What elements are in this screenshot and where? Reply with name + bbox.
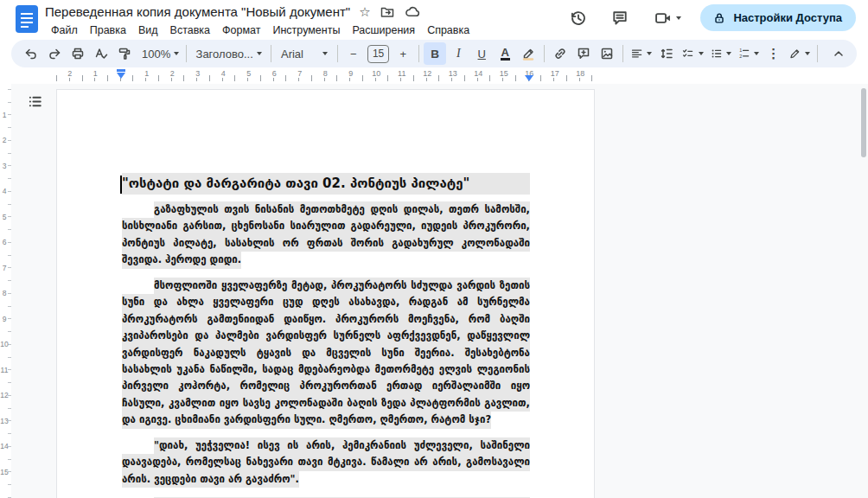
star-icon[interactable]: ☆ bbox=[359, 5, 370, 18]
comments-button[interactable] bbox=[605, 5, 635, 31]
text-color-label: A bbox=[501, 47, 510, 61]
document-page[interactable]: "ოსტატი და მარგარიტა თავი 02. პონტიუს პი… bbox=[56, 89, 595, 498]
menu-item[interactable]: Вид bbox=[132, 22, 164, 38]
text-line[interactable]: "დიახ, უეჭველია! ისევ ის არის, ჰემიკრანი… bbox=[122, 437, 530, 454]
left-indent-marker[interactable] bbox=[117, 73, 125, 79]
font-value: Arial bbox=[281, 48, 303, 61]
editing-mode-button[interactable] bbox=[786, 42, 813, 65]
numbered-list-button[interactable]: 12 bbox=[735, 42, 762, 65]
spell-check-button[interactable] bbox=[90, 42, 112, 65]
insert-image-button[interactable] bbox=[596, 42, 618, 65]
first-line-indent-marker[interactable] bbox=[117, 69, 125, 72]
vertical-ruler[interactable]: 123456789101112131415 bbox=[0, 84, 11, 498]
docs-logo-icon[interactable] bbox=[16, 5, 38, 33]
toolbar-divider bbox=[186, 45, 187, 62]
ruler-number: 5 bbox=[0, 204, 9, 230]
paragraph-style-select[interactable]: Заголово... bbox=[191, 42, 266, 65]
toolbar-divider bbox=[544, 45, 545, 62]
chevron-down-icon bbox=[726, 52, 731, 55]
align-button[interactable] bbox=[628, 42, 654, 65]
font-size-increase-button[interactable]: + bbox=[392, 42, 414, 65]
text-line[interactable] bbox=[122, 429, 530, 438]
paint-format-button[interactable] bbox=[113, 42, 136, 65]
show-outline-button[interactable] bbox=[24, 91, 45, 112]
text-line[interactable] bbox=[122, 269, 530, 278]
text-line[interactable]: არის. ვეცდები თავი არ გავაძრო". bbox=[122, 471, 530, 488]
text-line[interactable]: მსოფლიოში ყველაფერზე მეტად, პროკურატორს … bbox=[122, 278, 530, 294]
ruler-number: 8 bbox=[0, 281, 9, 307]
text-line[interactable]: შევიდა. ჰეროდე დიდი. bbox=[122, 252, 530, 268]
bulleted-list-button[interactable] bbox=[707, 42, 734, 65]
more-options-button[interactable]: ⋮ bbox=[763, 42, 785, 65]
insert-link-button[interactable] bbox=[549, 42, 571, 65]
heading-text: "ოსტატი და მარგარიტა თავი 02. პონტიუს პი… bbox=[122, 173, 530, 195]
text-line[interactable]: პირველი კოჰორტა, რომელიც პროკურორთან ერთ… bbox=[122, 378, 530, 394]
line-spacing-button[interactable] bbox=[655, 42, 678, 65]
right-indent-marker[interactable] bbox=[525, 75, 533, 81]
menu-bar: ФайлПравкаВидВставкаФорматИнструментыРас… bbox=[45, 22, 475, 38]
toolbar-divider bbox=[817, 45, 818, 62]
text-line[interactable]: პონტიუს პილატე, სასახლის ორ ფრთას შორის … bbox=[122, 235, 530, 252]
menu-item[interactable]: Расширения bbox=[346, 22, 421, 38]
text-line[interactable]: სისხლიანი გარსით, ცხენოსანი სიარულით გად… bbox=[122, 218, 530, 234]
highlight-color-button[interactable] bbox=[517, 42, 539, 65]
document-title[interactable]: Переведенная копия документа "Новый доку… bbox=[45, 4, 350, 19]
ruler-number: 14 bbox=[0, 434, 9, 460]
share-button[interactable]: Настройки Доступа bbox=[700, 4, 856, 31]
ruler-number: 3 bbox=[0, 153, 9, 179]
video-call-button[interactable] bbox=[647, 5, 688, 31]
document-content: "ოსტატი და მარგარიტა თავი 02. პონტიუს პი… bbox=[122, 173, 530, 498]
text-line[interactable]: ვარდისფერ ნაკადულს ტყავის და მცველის სუნ… bbox=[122, 345, 530, 361]
vertical-scrollbar[interactable] bbox=[861, 88, 866, 157]
add-comment-button[interactable] bbox=[572, 42, 595, 65]
checklist-button[interactable] bbox=[679, 42, 705, 65]
ruler-number: 6 bbox=[0, 230, 9, 256]
font-select[interactable]: Arial bbox=[276, 42, 333, 65]
ruler-number: 1 bbox=[0, 102, 9, 128]
text-line[interactable]: სასახლის უკანა ნაწილში, სადაც მდებარეობდ… bbox=[122, 361, 530, 378]
text-line[interactable]: სუნი და ახლა ყველაფერი ცუდ დღეს ასახავდა… bbox=[122, 294, 530, 310]
menu-item[interactable]: Инструменты bbox=[266, 22, 346, 38]
print-button[interactable] bbox=[67, 42, 89, 65]
undo-button[interactable] bbox=[20, 42, 42, 65]
horizontal-ruler[interactable]: 21 123456789101112131415161718 bbox=[0, 69, 868, 84]
chevron-down-icon bbox=[676, 16, 681, 20]
text-line[interactable]: პროკურატორს გამთენიიდან დაიწყო. პროკურორ… bbox=[122, 311, 530, 328]
text-line[interactable]: და იგივე. ცხიმიანი ვარდისფერი სული. ღმერ… bbox=[122, 412, 530, 428]
hide-menus-button[interactable] bbox=[827, 42, 850, 65]
underline-button[interactable]: U bbox=[470, 42, 493, 65]
top-bar: Переведенная копия документа "Новый доку… bbox=[0, 0, 868, 38]
menu-item[interactable]: Файл bbox=[45, 22, 84, 38]
document-heading-line[interactable]: "ოსტატი და მარგარიტა თავი 02. პონტიუს პი… bbox=[122, 173, 530, 195]
cloud-status-icon[interactable] bbox=[404, 3, 420, 20]
text-line[interactable]: გაზაფხულის თვის ნისანის მეთოთხმეტე დღის … bbox=[122, 201, 530, 218]
ruler-ticks bbox=[56, 75, 595, 81]
google-docs-app: Переведенная копия документа "Новый доку… bbox=[0, 0, 868, 498]
chevron-down-icon bbox=[699, 52, 704, 55]
chevron-down-icon bbox=[174, 52, 179, 55]
move-folder-icon[interactable] bbox=[380, 4, 395, 20]
style-value: Заголово... bbox=[196, 48, 253, 61]
toolbar-divider bbox=[337, 45, 338, 62]
text-line[interactable]: ჩასული, კვამლით იყო სავსე კოლონადაში ბაღ… bbox=[122, 395, 530, 412]
italic-button[interactable]: I bbox=[447, 42, 469, 65]
font-size-input[interactable]: 15 bbox=[367, 45, 389, 63]
ruler-number: 7 bbox=[0, 255, 9, 281]
text-color-button[interactable]: A bbox=[494, 42, 516, 65]
menu-item[interactable]: Формат bbox=[216, 22, 266, 38]
font-size-decrease-button[interactable]: − bbox=[342, 42, 365, 65]
zoom-select[interactable]: 100% bbox=[137, 42, 182, 65]
svg-text:2: 2 bbox=[739, 54, 742, 59]
bold-button[interactable]: B bbox=[424, 42, 446, 65]
redo-button[interactable] bbox=[43, 42, 66, 65]
version-history-button[interactable] bbox=[564, 5, 593, 31]
menu-item[interactable]: Справка bbox=[421, 22, 475, 38]
svg-text:1: 1 bbox=[739, 48, 742, 53]
menu-item[interactable]: Правка bbox=[84, 22, 132, 38]
document-canvas: "ოსტატი და მარგარიტა თავი 02. პონტიუს პი… bbox=[0, 84, 868, 498]
text-line[interactable]: კვიპაროსები და პალმები ვარდისფერ სურნელს… bbox=[122, 328, 530, 344]
menu-item[interactable]: Вставка bbox=[164, 22, 216, 38]
text-line[interactable] bbox=[122, 488, 530, 497]
text-line[interactable]: დაავადება, რომელსაც ნახევარი თავი მტკივა… bbox=[122, 454, 530, 470]
ruler-number: 12 bbox=[0, 383, 9, 409]
